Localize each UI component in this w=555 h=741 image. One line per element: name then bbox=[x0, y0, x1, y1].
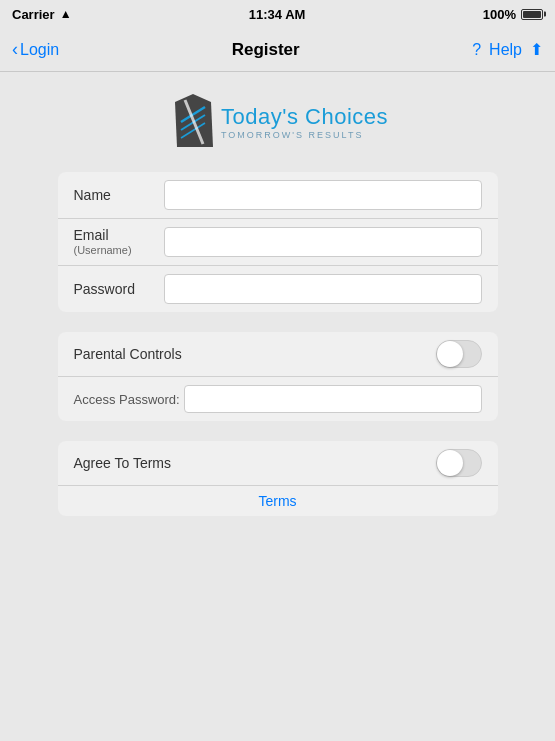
battery-percent: 100% bbox=[483, 7, 516, 22]
access-password-input[interactable] bbox=[184, 385, 482, 413]
access-password-row: Access Password: bbox=[58, 377, 498, 421]
status-right: 100% bbox=[483, 7, 543, 22]
status-left: Carrier ▲ bbox=[12, 7, 72, 22]
password-label: Password bbox=[74, 281, 164, 298]
back-button[interactable]: ‹ Login bbox=[12, 39, 59, 60]
logo-container: Today's Choices TOMORROW'S RESULTS bbox=[167, 92, 388, 152]
help-label[interactable]: Help bbox=[489, 41, 522, 59]
logo-subtitle: TOMORROW'S RESULTS bbox=[221, 130, 388, 140]
form-section: Name Email (Username) Password bbox=[58, 172, 498, 312]
logo-graphic bbox=[167, 92, 219, 152]
logo-text-area: Today's Choices TOMORROW'S RESULTS bbox=[221, 104, 388, 140]
status-bar: Carrier ▲ 11:34 AM 100% bbox=[0, 0, 555, 28]
email-row: Email (Username) bbox=[58, 219, 498, 266]
name-label: Name bbox=[74, 187, 164, 204]
agree-terms-row: Agree To Terms bbox=[58, 441, 498, 486]
carrier-label: Carrier bbox=[12, 7, 55, 22]
page-title: Register bbox=[232, 40, 300, 60]
share-icon[interactable]: ⬆ bbox=[530, 40, 543, 59]
password-row: Password bbox=[58, 266, 498, 312]
agree-terms-toggle[interactable] bbox=[436, 449, 482, 477]
agree-terms-label: Agree To Terms bbox=[74, 455, 436, 471]
logo-area: Today's Choices TOMORROW'S RESULTS bbox=[167, 92, 388, 152]
back-chevron-icon: ‹ bbox=[12, 39, 18, 60]
name-input[interactable] bbox=[164, 180, 482, 210]
parental-controls-section: Parental Controls Access Password: bbox=[58, 332, 498, 421]
toggle-knob bbox=[437, 341, 463, 367]
parental-controls-row: Parental Controls bbox=[58, 332, 498, 377]
battery-icon bbox=[521, 9, 543, 20]
terms-link-row: Terms bbox=[58, 486, 498, 516]
parental-controls-toggle[interactable] bbox=[436, 340, 482, 368]
content-area: Today's Choices TOMORROW'S RESULTS Name … bbox=[0, 72, 555, 546]
back-label: Login bbox=[20, 41, 59, 59]
wifi-icon: ▲ bbox=[60, 7, 72, 21]
terms-link[interactable]: Terms bbox=[258, 493, 296, 509]
terms-toggle-knob bbox=[437, 450, 463, 476]
email-label: Email (Username) bbox=[74, 227, 164, 257]
name-row: Name bbox=[58, 172, 498, 219]
parental-controls-label: Parental Controls bbox=[74, 346, 436, 362]
nav-right-actions: ? Help ⬆ bbox=[472, 40, 543, 59]
email-input[interactable] bbox=[164, 227, 482, 257]
access-password-label: Access Password: bbox=[74, 392, 184, 407]
terms-section: Agree To Terms Terms bbox=[58, 441, 498, 516]
help-question-icon[interactable]: ? bbox=[472, 41, 481, 59]
logo-title: Today's Choices bbox=[221, 104, 388, 130]
password-input[interactable] bbox=[164, 274, 482, 304]
status-time: 11:34 AM bbox=[249, 7, 306, 22]
nav-bar: ‹ Login Register ? Help ⬆ bbox=[0, 28, 555, 72]
